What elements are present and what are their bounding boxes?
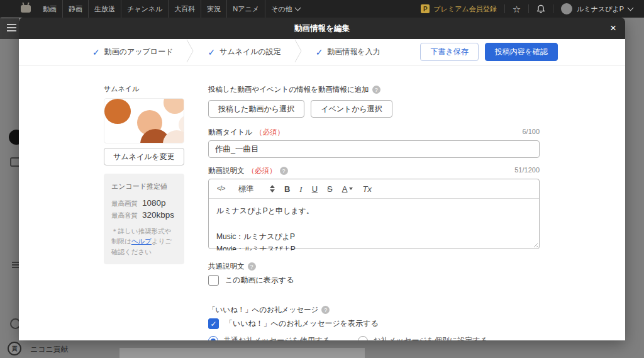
- premium-badge-icon: P: [421, 4, 430, 13]
- help-question-icon[interactable]: ?: [280, 167, 288, 175]
- select-from-events-button[interactable]: イベントから選択: [311, 100, 392, 118]
- thumbnail-preview: [104, 98, 184, 143]
- thumbnail-label: サムネイル: [104, 84, 139, 94]
- italic-icon[interactable]: I: [299, 185, 302, 193]
- nicony-contribution-label: ニコニ貢献: [30, 344, 69, 355]
- html-code-icon[interactable]: </>: [217, 186, 225, 192]
- step-thumbnail-label: サムネイルの設定: [219, 47, 281, 57]
- style-selector-value: 標準: [238, 185, 253, 193]
- help-question-icon[interactable]: ?: [372, 86, 380, 94]
- title-counter: 6/100: [522, 128, 540, 135]
- description-counter: 51/1200: [514, 166, 540, 174]
- backdrop-content-strip: [119, 348, 365, 358]
- chevron-down-icon: [628, 5, 634, 11]
- add-info-buttons: 投稿した動画から選択 イベントから選択: [208, 100, 392, 118]
- encode-note: ＊詳しい推奨形式や制限はヘルプよりご確認ください: [111, 226, 177, 257]
- encode-audio-value: 320kbps: [142, 210, 174, 220]
- encode-title: エンコード推定値: [111, 182, 177, 191]
- nav-item-channel[interactable]: チャンネル: [121, 0, 168, 18]
- nav-item-nanime[interactable]: Nアニメ: [226, 0, 265, 18]
- select-from-videos-button[interactable]: 投稿した動画から選択: [208, 100, 304, 118]
- chevron-down-icon: [294, 5, 301, 11]
- editor-toolbar: </> 標準 B I U S A Tx: [209, 179, 539, 199]
- premium-signup-link[interactable]: P プレミアム会員登録: [421, 4, 496, 14]
- like-message-checkbox[interactable]: ✓: [208, 318, 219, 329]
- favorites-star-icon[interactable]: ☆: [513, 4, 521, 14]
- close-icon[interactable]: ×: [610, 18, 616, 39]
- step-separator-icon: [186, 38, 195, 66]
- nav-item-video[interactable]: 動画: [37, 0, 62, 18]
- title-label-row: 動画タイトル （必須）: [208, 128, 284, 137]
- nav-item-more[interactable]: その他: [265, 0, 306, 18]
- avatar: [561, 3, 572, 14]
- title-required-badge: （必須）: [255, 128, 284, 137]
- modal-header: 動画情報を編集 ×: [19, 18, 625, 39]
- title-label: 動画タイトル: [208, 128, 252, 137]
- encode-audio-row: 最高音質 320kbps: [111, 210, 177, 220]
- help-question-icon[interactable]: ?: [321, 306, 330, 314]
- thumb-shape: [104, 99, 131, 124]
- hamburger-menu-icon[interactable]: [7, 24, 16, 31]
- step-upload: ✓ 動画のアップロード: [92, 47, 173, 57]
- radio-common-label: 共通お礼メッセージを使用する: [223, 335, 330, 340]
- divider: [553, 4, 553, 13]
- like-message-radio-individual[interactable]: お礼メッセージを個別に設定する: [358, 335, 488, 340]
- help-question-icon[interactable]: ?: [248, 262, 256, 271]
- thumb-shape: [163, 130, 184, 143]
- description-label: 動画説明文: [208, 166, 245, 176]
- common-description-label-row: 共通説明文 ?: [208, 262, 256, 271]
- navbar-left: 動画 静画 生放送 チャンネル 大百科 実況 Nアニメ その他: [21, 0, 306, 18]
- updown-arrows-icon: [270, 185, 275, 193]
- clear-format-icon[interactable]: Tx: [362, 185, 371, 193]
- check-icon: ✓: [208, 47, 215, 57]
- common-description-checkbox[interactable]: [208, 275, 219, 286]
- like-message-radio-common[interactable]: 共通お礼メッセージを使用する: [208, 335, 330, 340]
- modal-title: 動画情報を編集: [294, 23, 350, 34]
- title-input[interactable]: [208, 140, 540, 158]
- encode-video-value: 1080p: [142, 198, 166, 208]
- text-color-letter: A: [342, 185, 348, 193]
- account-menu[interactable]: ルミナスぴよP: [561, 3, 633, 14]
- niconico-logo-icon[interactable]: [21, 5, 31, 13]
- radio-unselected-icon[interactable]: [358, 336, 368, 341]
- style-selector[interactable]: 標準: [238, 185, 275, 193]
- common-description-label: 共通説明文: [208, 262, 245, 271]
- step-info: ✓ 動画情報を入力: [316, 47, 380, 57]
- backdrop-header-corner: [0, 18, 19, 39]
- nav-item-live[interactable]: 生放送: [88, 0, 121, 18]
- divider: [528, 4, 529, 13]
- radio-selected-icon[interactable]: [208, 336, 218, 341]
- encode-video-row: 最高画質 1080p: [111, 198, 177, 208]
- step-thumbnail: ✓ サムネイルの設定: [208, 47, 280, 57]
- radio-individual-label: お礼メッセージを個別に設定する: [373, 335, 488, 340]
- confirm-post-button[interactable]: 投稿内容を確認: [485, 43, 558, 61]
- description-text[interactable]: ルミナスぴよPと申します。 Music：ルミナスぴよP Movie：ルミナスぴよ…: [209, 199, 539, 250]
- text-color-icon[interactable]: A: [342, 185, 353, 193]
- underline-icon[interactable]: U: [312, 185, 318, 193]
- thumb-shape: [164, 98, 184, 114]
- navbar-right: P プレミアム会員登録 ☆ ルミナスぴよP: [421, 3, 633, 14]
- step-separator-icon: [294, 38, 303, 66]
- nav-item-jikkyo[interactable]: 実況: [201, 0, 226, 18]
- common-description-checkbox-row[interactable]: この動画に表示する: [208, 275, 294, 286]
- change-thumbnail-button[interactable]: サムネイルを変更: [104, 148, 184, 165]
- strikethrough-icon[interactable]: S: [327, 185, 333, 193]
- nav-item-seiga[interactable]: 静画: [62, 0, 88, 18]
- like-message-checkbox-row[interactable]: ✓ 「いいね！」へのお礼メッセージを表示する: [208, 318, 379, 329]
- edit-video-info-modal: 動画情報を編集 × ✓ 動画のアップロード ✓ サムネイルの設定 ✓ 動画情報を…: [19, 18, 625, 340]
- like-message-checkbox-label: 「いいね！」へのお礼メッセージを表示する: [225, 318, 379, 329]
- save-draft-button[interactable]: 下書き保存: [420, 43, 478, 61]
- check-icon: ✓: [92, 47, 100, 57]
- encode-audio-label: 最高音質: [111, 211, 138, 220]
- encode-info-box: エンコード推定値 最高画質 1080p 最高音質 320kbps ＊詳しい推奨形…: [104, 174, 184, 264]
- step-info-label: 動画情報を入力: [328, 47, 380, 57]
- notifications-bell-icon[interactable]: [536, 4, 545, 14]
- modal-actions: 下書き保存 投稿内容を確認: [420, 43, 558, 61]
- username: ルミナスぴよP: [577, 4, 624, 14]
- nav-item-dictionary[interactable]: 大百科: [168, 0, 201, 18]
- premium-label: プレミアム会員登録: [433, 4, 496, 14]
- bold-icon[interactable]: B: [284, 185, 290, 193]
- check-icon: ✓: [316, 47, 323, 57]
- like-message-label-row: 「いいね！」へのお礼メッセージ ?: [208, 305, 330, 315]
- help-link[interactable]: ヘルプ: [131, 237, 152, 245]
